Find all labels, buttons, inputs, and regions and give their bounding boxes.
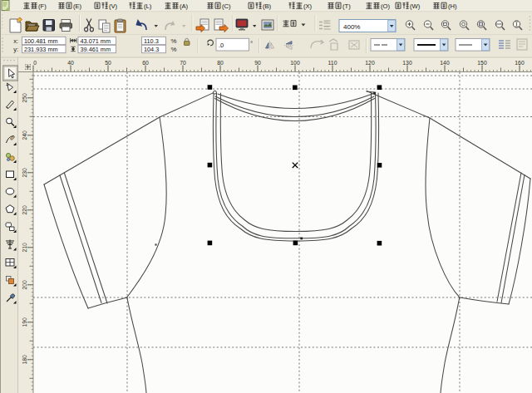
svg-text:220: 220 [22,205,27,215]
svg-text:80: 80 [217,60,224,66]
svg-text:160: 160 [515,60,525,66]
svg-text:70: 70 [180,60,186,66]
svg-text:(T): (T) [342,2,351,10]
svg-text:250: 250 [22,93,27,103]
svg-text:39.461 mm: 39.461 mm [81,46,111,53]
svg-text:43.071 mm: 43.071 mm [81,37,111,45]
svg-text:(C): (C) [222,2,231,10]
svg-text:%: % [171,37,177,45]
svg-text:(H): (H) [448,2,457,10]
svg-text:100.481 mm: 100.481 mm [24,37,58,45]
svg-text:(X): (X) [303,2,313,10]
svg-text:120: 120 [365,60,375,66]
svg-text:°: ° [250,40,253,47]
svg-text:140: 140 [440,60,450,66]
svg-text:(L): (L) [144,2,152,10]
svg-text:(E): (E) [73,2,82,10]
svg-text:0: 0 [33,60,37,66]
svg-text:240: 240 [22,130,27,140]
svg-text:.0: .0 [219,42,224,49]
svg-text:104.3: 104.3 [144,46,159,53]
svg-text:150: 150 [477,60,487,66]
svg-text:40: 40 [67,60,74,66]
svg-text:110: 110 [328,60,337,66]
svg-text:90: 90 [254,60,261,66]
svg-text:(B): (B) [263,2,272,10]
svg-text:(O): (O) [381,2,390,10]
svg-text:400%: 400% [343,23,360,31]
svg-text:130: 130 [402,60,412,66]
svg-text:100: 100 [290,60,300,66]
svg-text:%: % [171,46,177,53]
svg-text:190: 190 [22,317,27,327]
svg-text:60: 60 [142,60,149,66]
svg-text:230: 230 [22,168,27,178]
svg-text:110.3: 110.3 [144,37,159,45]
svg-text:231.933 mm: 231.933 mm [24,46,58,53]
svg-text:y:: y: [13,46,18,53]
svg-text:180: 180 [22,355,27,365]
svg-text:50: 50 [105,60,111,66]
svg-text:200: 200 [22,280,27,290]
svg-text:210: 210 [22,243,27,253]
svg-text:(A): (A) [180,2,189,10]
svg-text:x:: x: [13,37,18,45]
svg-text:(F): (F) [38,2,47,10]
svg-text:(W): (W) [410,2,421,10]
svg-text:(V): (V) [109,2,118,10]
